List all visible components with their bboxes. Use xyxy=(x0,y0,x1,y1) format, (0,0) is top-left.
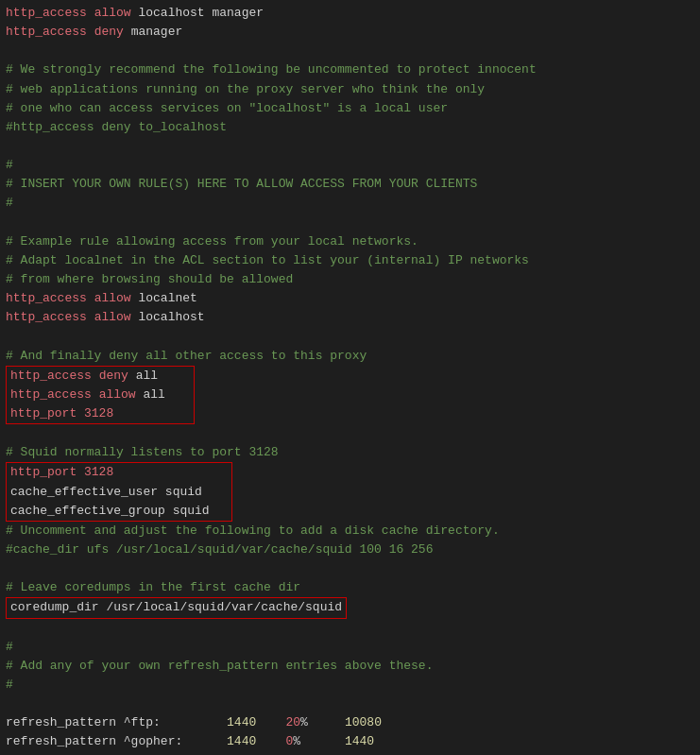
empty-line xyxy=(6,214,694,232)
http-access-keyword: http_access xyxy=(6,6,87,20)
empty-line xyxy=(6,327,694,346)
line-deny-all: http_access deny all xyxy=(10,367,190,386)
refresh-cgi: refresh_pattern -i (/cgi-bin/|\?) 0 0% 0 xyxy=(6,751,694,755)
refresh-ftp: refresh_pattern ^ftp: 1440 20% 10080 xyxy=(6,713,694,732)
line-http-port: http_port 3128 xyxy=(10,404,190,423)
comment-line: # xyxy=(6,156,694,175)
boxed-group-2: http_port 3128 cache_effective_user squi… xyxy=(6,462,232,521)
comment-coredumps: # Leave coredumps in the first cache dir xyxy=(6,578,694,597)
comment-line: # from where browsing should be allowed xyxy=(6,270,694,289)
comment-squid-port: # Squid normally listens to port 3128 xyxy=(6,443,694,462)
refresh-gopher: refresh_pattern ^gopher: 1440 0% 1440 xyxy=(6,732,694,751)
comment-line: # Example rule allowing access from your… xyxy=(6,232,694,251)
comment-line: # xyxy=(6,194,694,213)
comment-deny-all: # And finally deny all other access to t… xyxy=(6,347,694,366)
empty-line xyxy=(6,559,694,578)
boxed-coredump: coredump_dir /usr/local/squid/var/cache/… xyxy=(6,597,347,618)
empty-line xyxy=(6,695,694,713)
line-coredump: coredump_dir /usr/local/squid/var/cache/… xyxy=(10,598,342,617)
comment-line: # one who can access services on "localh… xyxy=(6,99,694,118)
comment-disk-cache: # Uncomment and adjust the following to … xyxy=(6,522,694,541)
comment-hash2: # xyxy=(6,676,694,695)
empty-line xyxy=(6,619,694,638)
empty-line xyxy=(6,42,694,60)
line-cache-group: cache_effective_group squid xyxy=(10,502,228,521)
line-allow-all: http_access allow all xyxy=(10,386,190,404)
comment-line: # web applications running on the proxy … xyxy=(6,80,694,99)
line-cache-user: cache_effective_user squid xyxy=(10,483,228,502)
comment-cache-dir: #cache_dir ufs /usr/local/squid/var/cach… xyxy=(6,541,694,559)
comment-refresh: # Add any of your own refresh_pattern en… xyxy=(6,657,694,676)
empty-line xyxy=(6,424,694,443)
line-1: http_access allow localhost manager xyxy=(6,4,694,23)
comment-line: # INSERT YOUR OWN RULE(S) HERE TO ALLOW … xyxy=(6,175,694,194)
line-allow-localnet: http_access allow localnet xyxy=(6,289,694,308)
comment-line: # We strongly recommend the following be… xyxy=(6,60,694,79)
terminal: http_access allow localhost manager http… xyxy=(0,0,700,755)
line-http-port-2: http_port 3128 xyxy=(10,463,228,482)
boxed-group-1: http_access deny all http_access allow a… xyxy=(6,366,195,424)
comment-hash: # xyxy=(6,638,694,657)
comment-line: #http_access deny to_localhost xyxy=(6,118,694,137)
line-2: http_access deny manager xyxy=(6,23,694,42)
comment-line: # Adapt localnet in the ACL section to l… xyxy=(6,251,694,270)
empty-line xyxy=(6,137,694,156)
line-allow-localhost: http_access allow localhost xyxy=(6,308,694,327)
